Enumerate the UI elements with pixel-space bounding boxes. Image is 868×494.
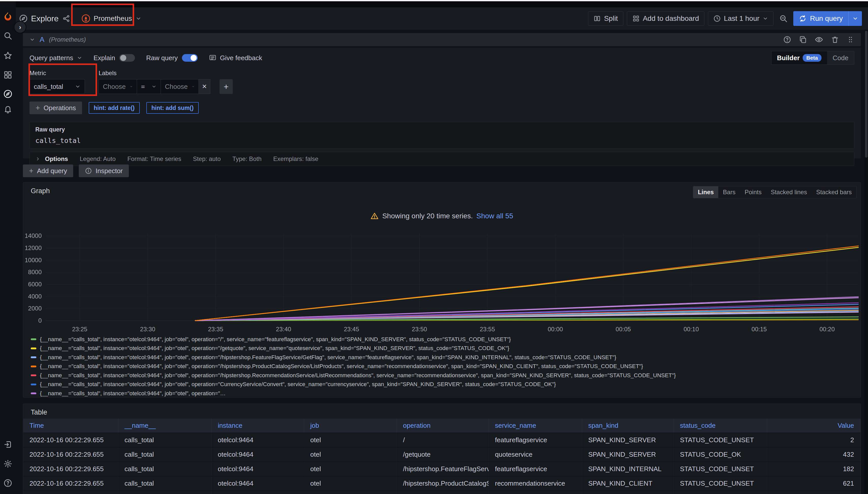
column-header-operation[interactable]: operation xyxy=(397,419,489,433)
chevron-right-icon xyxy=(35,156,40,162)
label-operator-select[interactable]: = xyxy=(137,79,161,94)
legend-swatch[interactable] xyxy=(31,384,36,385)
legend-swatch[interactable] xyxy=(31,393,36,394)
copy-icon[interactable] xyxy=(799,36,807,44)
builder-tab[interactable]: Builder Beta xyxy=(772,51,827,64)
legend-label[interactable]: {__name__="calls_total", instance="otelc… xyxy=(40,381,556,388)
raw-query-preview: Raw query calls_total xyxy=(30,122,854,149)
legend-row: {__name__="calls_total", instance="otelc… xyxy=(31,371,860,380)
query-options-row[interactable]: Options Legend: AutoFormat: Time seriesS… xyxy=(30,152,854,166)
explain-toggle[interactable] xyxy=(119,54,135,62)
datasource-picker[interactable]: Prometheus xyxy=(77,11,146,26)
sign-in-icon[interactable] xyxy=(3,440,13,449)
table-row[interactable]: 2022-10-16 00:22:29.655calls_totalotelco… xyxy=(23,433,861,447)
legend-label[interactable]: {__name__="calls_total", instance="otelc… xyxy=(40,354,616,361)
column-header-name[interactable]: __name__ xyxy=(119,419,212,433)
table-cell: SPAN_KIND_SERVER xyxy=(582,433,674,447)
drag-handle-icon[interactable] xyxy=(847,36,854,43)
label-name-select[interactable]: Choose xyxy=(98,79,137,94)
legend-swatch[interactable] xyxy=(31,375,36,376)
give-feedback-link[interactable]: Give feedback xyxy=(209,54,262,62)
chevron-down-icon xyxy=(135,16,142,22)
zoom-out-button[interactable] xyxy=(777,12,790,26)
help-icon[interactable] xyxy=(3,478,13,488)
legend-swatch[interactable] xyxy=(31,365,36,367)
run-query-button[interactable]: Run query xyxy=(793,11,862,26)
query-ref-id: A xyxy=(40,36,44,44)
column-header-job[interactable]: job xyxy=(304,419,397,433)
table-cell: featureflagservice xyxy=(489,433,582,447)
help-circle-icon[interactable] xyxy=(783,36,791,44)
graph-mode-points[interactable]: Points xyxy=(740,186,766,198)
label-value-select[interactable]: Choose xyxy=(161,79,199,94)
add-query-button[interactable]: +Add query xyxy=(23,165,73,177)
legend-label[interactable]: {__name__="calls_total", instance="otelc… xyxy=(40,372,676,379)
search-icon[interactable] xyxy=(3,31,13,40)
x-axis-tick: 23:55 xyxy=(480,326,495,332)
table-row[interactable]: 2022-10-16 00:22:29.655calls_totalotelco… xyxy=(23,447,861,461)
starred-icon[interactable] xyxy=(3,51,13,60)
option-summary-item: Type: Both xyxy=(233,155,262,163)
datasource-name: Prometheus xyxy=(94,15,132,23)
scrollbar-thumb[interactable] xyxy=(865,31,868,158)
column-header-instance[interactable]: instance xyxy=(212,419,304,433)
code-tab[interactable]: Code xyxy=(827,51,854,64)
legend-swatch[interactable] xyxy=(31,356,36,358)
table-panel: Table Time__name__instancejoboperationse… xyxy=(23,404,861,494)
table-row[interactable]: 2022-10-16 00:22:29.655calls_totalotelco… xyxy=(23,476,861,491)
table-cell: / xyxy=(397,433,489,447)
time-series-chart[interactable]: 23:2523:3023:3523:4023:4523:5023:5500:00… xyxy=(23,232,861,335)
legend-swatch[interactable] xyxy=(31,338,36,340)
raw-query-toggle[interactable] xyxy=(182,54,198,62)
column-header-span-kind[interactable]: span_kind xyxy=(582,419,674,433)
legend-label[interactable]: {__name__="calls_total", instance="otelc… xyxy=(40,336,511,343)
query-patterns-dropdown[interactable]: Query patterns xyxy=(30,54,82,62)
show-all-series-link[interactable]: Show all 55 xyxy=(476,212,513,220)
legend-label[interactable]: {__name__="calls_total", instance="otelc… xyxy=(40,345,509,352)
inspector-button[interactable]: Inspector xyxy=(79,165,129,177)
legend-swatch[interactable] xyxy=(31,347,36,349)
metric-select[interactable]: calls_total xyxy=(30,79,85,94)
column-header-status-code[interactable]: status_code xyxy=(674,419,767,433)
table-cell: calls_total xyxy=(119,433,212,447)
graph-mode-lines[interactable]: Lines xyxy=(693,186,718,198)
add-to-dashboard-button[interactable]: Add to dashboard xyxy=(627,12,704,26)
graph-mode-stacked-bars[interactable]: Stacked bars xyxy=(812,186,856,198)
explore-icon[interactable] xyxy=(3,89,13,99)
table-row[interactable]: 2022-10-16 00:22:29.655calls_totalotelco… xyxy=(23,491,861,494)
alerting-icon[interactable] xyxy=(3,104,13,113)
settings-gear-icon[interactable] xyxy=(3,459,13,468)
column-header-value[interactable]: Value xyxy=(767,419,861,433)
query-row-header[interactable]: A (Prometheus) xyxy=(23,33,861,46)
eye-icon[interactable] xyxy=(815,35,823,44)
graph-mode-bars[interactable]: Bars xyxy=(718,186,740,198)
remove-label-filter-button[interactable]: ✕ xyxy=(199,79,211,94)
builder-code-switch: Builder Beta Code xyxy=(771,51,854,65)
time-range-picker[interactable]: Last 1 hour xyxy=(708,12,774,26)
operations-button[interactable]: + Operations xyxy=(30,101,82,114)
legend-label[interactable]: {__name__="calls_total", instance="otelc… xyxy=(40,390,225,397)
grafana-logo-icon[interactable] xyxy=(2,12,13,22)
query-hint-button-1[interactable]: hint: add rate() xyxy=(89,102,140,114)
table-row[interactable]: 2022-10-16 00:22:29.655calls_totalotelco… xyxy=(23,461,861,476)
table-cell: quoteservice xyxy=(489,448,582,461)
raw-query-label: Raw query xyxy=(146,54,178,62)
split-button[interactable]: Split xyxy=(588,12,623,26)
column-header-service-name[interactable]: service_name xyxy=(489,419,582,433)
query-hint-button-2[interactable]: hint: add sum() xyxy=(146,102,199,114)
sidebar-expand-arrow[interactable]: › xyxy=(14,21,26,34)
vertical-scrollbar[interactable] xyxy=(865,7,868,494)
table-cell: 621 xyxy=(767,491,861,494)
trash-icon[interactable] xyxy=(831,36,839,44)
raw-query-text: calls_total xyxy=(35,137,848,145)
share-icon[interactable] xyxy=(62,15,70,23)
graph-mode-stacked-lines[interactable]: Stacked lines xyxy=(766,186,812,198)
collapse-chevron-icon[interactable] xyxy=(30,37,35,42)
dashboards-icon[interactable] xyxy=(3,70,13,79)
add-label-filter-button[interactable]: + xyxy=(219,79,233,94)
column-header-time[interactable]: Time xyxy=(23,419,119,433)
legend-label[interactable]: {__name__="calls_total", instance="otelc… xyxy=(40,363,643,369)
raw-query-preview-label: Raw query xyxy=(35,126,848,133)
run-query-dropdown[interactable] xyxy=(848,11,862,26)
table-cell: STATUS_CODE_OK xyxy=(674,448,767,461)
